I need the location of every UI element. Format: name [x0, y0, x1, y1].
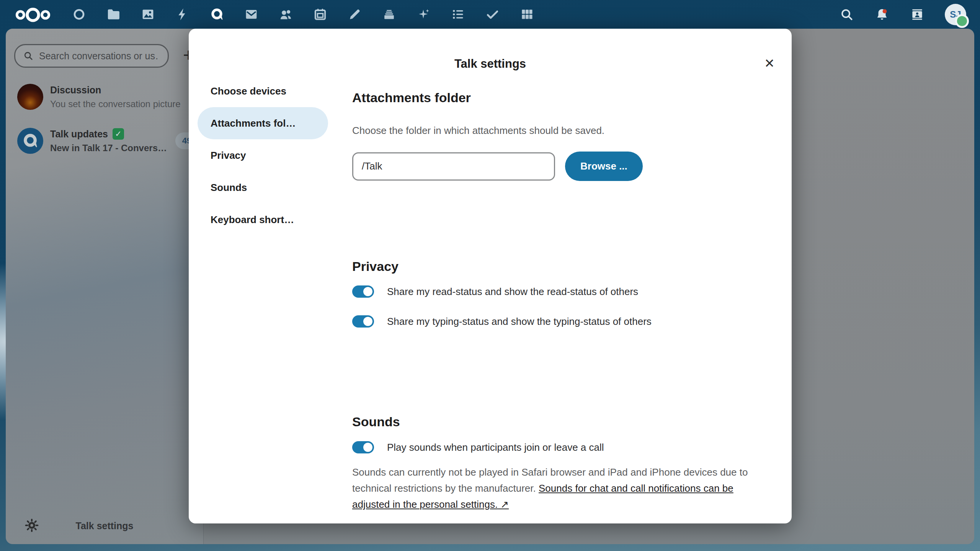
talk-settings-dialog: Talk settings ✕ Choose devices Attachmen… [189, 29, 792, 523]
external-link-arrow-icon[interactable]: ↗ [498, 499, 509, 510]
typing-status-label: Share my typing-status and show the typi… [387, 316, 652, 328]
play-sounds-toggle[interactable] [352, 441, 374, 453]
dialog-navigation: Choose devices Attachments fol… Privacy … [211, 75, 337, 236]
read-status-label: Share my read-status and show the read-s… [387, 286, 638, 298]
play-sounds-setting: Play sounds when participants join or le… [352, 438, 604, 456]
photos-icon[interactable] [140, 7, 155, 22]
contacts-icon[interactable] [278, 7, 293, 22]
unified-search-icon[interactable] [839, 7, 854, 22]
attachments-folder-input[interactable] [352, 152, 555, 181]
play-sounds-label: Play sounds when participants join or le… [387, 442, 604, 453]
files-icon[interactable] [106, 7, 121, 22]
attachments-folder-description: Choose the folder in which attachments s… [352, 125, 604, 137]
dialog-content: Attachments folder Choose the folder in … [352, 29, 773, 523]
calendar-icon[interactable] [312, 7, 328, 22]
online-status-dot [955, 14, 969, 28]
typing-status-toggle[interactable] [352, 315, 374, 328]
app-navigation [71, 7, 534, 22]
privacy-heading: Privacy [352, 259, 399, 274]
read-status-toggle[interactable] [352, 285, 374, 298]
nav-item-keyboard-shortcuts[interactable]: Keyboard short… [211, 204, 337, 236]
tasks-icon[interactable] [450, 7, 466, 22]
nextcloud-logo-icon [15, 5, 51, 24]
top-bar-right: SJ [839, 4, 966, 25]
assistant-icon[interactable] [416, 7, 431, 22]
attachments-folder-row: Browse ... [352, 152, 643, 181]
tables-icon[interactable] [519, 7, 534, 22]
app: SJ + Discussion You set the conversation… [0, 0, 980, 551]
browse-button[interactable]: Browse ... [565, 152, 643, 181]
read-status-setting: Share my read-status and show the read-s… [352, 282, 638, 301]
mail-icon[interactable] [243, 7, 259, 22]
talk-icon[interactable] [209, 7, 224, 22]
top-bar: SJ [0, 0, 980, 29]
nav-item-sounds[interactable]: Sounds [211, 171, 337, 204]
nav-item-privacy[interactable]: Privacy [211, 139, 337, 171]
sounds-heading: Sounds [352, 414, 400, 429]
toggle-knob [363, 287, 372, 296]
checks-icon[interactable] [485, 7, 500, 22]
activity-icon[interactable] [175, 7, 190, 22]
typing-status-setting: Share my typing-status and show the typi… [352, 312, 652, 331]
toggle-knob [363, 317, 372, 326]
toggle-knob [363, 443, 372, 452]
sounds-note: Sounds can currently not be played in Sa… [352, 464, 750, 512]
nav-item-attachments-folder[interactable]: Attachments fol… [198, 107, 328, 139]
attachments-folder-heading: Attachments folder [352, 90, 471, 105]
contacts-menu-icon[interactable] [910, 7, 925, 22]
user-avatar[interactable]: SJ [945, 4, 966, 25]
deck-icon[interactable] [381, 7, 397, 22]
notifications-bell-icon[interactable] [874, 7, 890, 22]
notes-icon[interactable] [347, 7, 362, 22]
nav-item-choose-devices[interactable]: Choose devices [211, 75, 337, 107]
dashboard-icon[interactable] [71, 7, 87, 22]
